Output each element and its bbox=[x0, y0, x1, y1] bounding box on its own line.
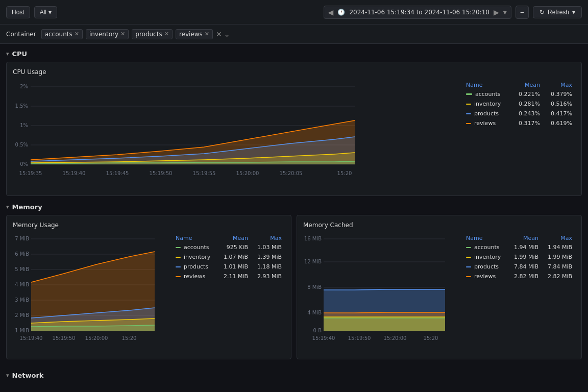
filter-tag-reviews: reviews ✕ bbox=[176, 29, 213, 39]
svg-text:15:20: 15:20 bbox=[337, 170, 352, 176]
mc-legend-mean-header: Mean bbox=[508, 234, 542, 242]
filter-tag-products: products ✕ bbox=[132, 29, 173, 39]
mu-reviews-max: 2.93 MiB bbox=[251, 272, 285, 281]
memory-usage-legend: Name Mean Max accounts 925 KiB bbox=[173, 234, 285, 353]
mu-accounts-mean: 925 KiB bbox=[217, 242, 251, 252]
mu-reviews-mean: 2.11 MiB bbox=[217, 272, 251, 281]
main-content: ▾ CPU CPU Usage 2% 1.5% 1% 0.5% 0% bbox=[0, 44, 588, 392]
cpu-legend-accounts-mean: 0.221% bbox=[511, 89, 543, 99]
filter-tag-accounts-close[interactable]: ✕ bbox=[75, 31, 79, 37]
mc-accounts-name: accounts bbox=[463, 242, 508, 252]
mu-legend-name-header: Name bbox=[173, 234, 217, 242]
cpu-chart-area: 2% 1.5% 1% 0.5% 0% bbox=[13, 81, 575, 189]
filter-tag-inventory-close[interactable]: ✕ bbox=[120, 31, 125, 37]
memory-cached-title: Memory Cached bbox=[303, 222, 575, 229]
mu-legend-reviews: reviews 2.11 MiB 2.93 MiB bbox=[173, 272, 285, 281]
mc-inventory-dot bbox=[466, 257, 471, 258]
mu-products-name: products bbox=[173, 262, 217, 272]
cpu-legend-products-name: products bbox=[463, 109, 511, 118]
svg-text:15:20:00: 15:20:00 bbox=[85, 335, 108, 341]
memory-section-label: Memory bbox=[12, 203, 42, 211]
mc-reviews-dot bbox=[466, 276, 471, 277]
svg-text:15:19:40: 15:19:40 bbox=[63, 170, 86, 176]
next-arrow[interactable]: ▶ bbox=[494, 8, 499, 16]
cpu-legend-products-mean: 0.243% bbox=[511, 109, 543, 118]
time-range: ◀ 🕐 2024-11-06 15:19:34 to 2024-11-06 15… bbox=[324, 6, 511, 19]
filter-tag-accounts-label: accounts bbox=[45, 31, 72, 38]
reviews-color-dot bbox=[466, 123, 471, 124]
filter-add[interactable]: ✕ ⌄ bbox=[216, 30, 230, 38]
svg-text:1%: 1% bbox=[20, 122, 28, 128]
svg-text:15:19:45: 15:19:45 bbox=[106, 170, 129, 176]
svg-text:5 MiB: 5 MiB bbox=[15, 266, 29, 272]
svg-text:15:19:50: 15:19:50 bbox=[150, 170, 173, 176]
svg-text:15:19:50: 15:19:50 bbox=[53, 335, 76, 341]
cpu-legend-inventory-name: inventory bbox=[463, 99, 511, 109]
memory-panels: Memory Usage 7 MiB 6 MiB 5 MiB 4 MiB 3 M… bbox=[6, 215, 582, 364]
cpu-section-label: CPU bbox=[12, 50, 28, 58]
cpu-section-header[interactable]: ▾ CPU bbox=[6, 48, 582, 62]
mc-products-max: 7.84 MiB bbox=[542, 262, 575, 272]
mc-legend-inventory: inventory 1.99 MiB 1.99 MiB bbox=[463, 252, 575, 262]
dropdown-arrow[interactable]: ▾ bbox=[503, 8, 507, 16]
svg-text:15:19:40: 15:19:40 bbox=[20, 335, 43, 341]
mc-accounts-max: 1.94 MiB bbox=[542, 242, 575, 252]
clear-icon: ✕ bbox=[216, 30, 222, 38]
host-button[interactable]: Host bbox=[6, 6, 30, 18]
top-bar: Host All ▾ ◀ 🕐 2024-11-06 15:19:34 to 20… bbox=[0, 0, 588, 24]
network-section-label: Network bbox=[12, 372, 44, 379]
network-section-header[interactable]: ▾ Network bbox=[6, 370, 582, 383]
cpu-legend-inventory-mean: 0.281% bbox=[511, 99, 543, 109]
mu-legend-accounts: accounts 925 KiB 1.03 MiB bbox=[173, 242, 285, 252]
mu-legend-max-header: Max bbox=[251, 234, 285, 242]
prev-arrow[interactable]: ◀ bbox=[328, 8, 334, 16]
svg-text:1.5%: 1.5% bbox=[15, 103, 28, 109]
cpu-chevron-icon: ▾ bbox=[6, 51, 9, 57]
mc-accounts-mean: 1.94 MiB bbox=[508, 242, 542, 252]
expand-icon: ⌄ bbox=[224, 30, 230, 38]
svg-text:15:19:40: 15:19:40 bbox=[312, 335, 335, 341]
filter-tag-reviews-close[interactable]: ✕ bbox=[205, 31, 209, 37]
cpu-legend-row-reviews: reviews 0.317% 0.619% bbox=[463, 118, 575, 128]
memory-cached-legend: Name Mean Max accounts 1.94 MiB bbox=[463, 234, 575, 353]
mu-inventory-mean: 1.07 MiB bbox=[217, 252, 251, 262]
cpu-legend-accounts-name: accounts bbox=[463, 89, 511, 99]
mu-products-dot bbox=[176, 266, 181, 267]
memory-usage-title: Memory Usage bbox=[13, 222, 285, 229]
container-label: Container bbox=[6, 31, 36, 38]
mc-products-mean: 7.84 MiB bbox=[508, 262, 542, 272]
refresh-button[interactable]: ↻ Refresh ▾ bbox=[533, 6, 582, 18]
memory-chevron-icon: ▾ bbox=[6, 204, 9, 210]
accounts-color-dot bbox=[466, 93, 472, 95]
filter-tag-reviews-label: reviews bbox=[179, 31, 203, 38]
cpu-legend-reviews-max: 0.619% bbox=[543, 118, 575, 128]
products-color-dot bbox=[466, 113, 471, 114]
filter-tag-products-close[interactable]: ✕ bbox=[164, 31, 169, 37]
mc-inventory-max: 1.99 MiB bbox=[542, 252, 575, 262]
svg-text:7 MiB: 7 MiB bbox=[15, 236, 29, 241]
svg-text:6 MiB: 6 MiB bbox=[15, 251, 29, 257]
network-chevron-icon: ▾ bbox=[6, 372, 9, 379]
cpu-legend-mean-header: Mean bbox=[511, 81, 543, 89]
svg-text:15:20: 15:20 bbox=[424, 335, 438, 341]
mu-legend-products: products 1.01 MiB 1.18 MiB bbox=[173, 262, 285, 272]
all-button[interactable]: All ▾ bbox=[34, 6, 57, 18]
mc-legend-reviews: reviews 2.82 MiB 2.82 MiB bbox=[463, 272, 575, 281]
cpu-legend-row-accounts: accounts 0.221% 0.379% bbox=[463, 89, 575, 99]
memory-section-header[interactable]: ▾ Memory bbox=[6, 201, 582, 215]
mu-legend-mean-header: Mean bbox=[217, 234, 251, 242]
svg-text:0 B: 0 B bbox=[313, 328, 322, 333]
memory-cached-svg: 16 MiB 12 MiB 8 MiB 4 MiB 0 B bbox=[303, 234, 451, 351]
mu-reviews-name: reviews bbox=[173, 272, 217, 281]
cpu-panel: CPU Usage 2% 1.5% 1% 0.5% 0% bbox=[6, 62, 582, 196]
cpu-legend-accounts-max: 0.379% bbox=[543, 89, 575, 99]
mc-legend-name-header: Name bbox=[463, 234, 508, 242]
clock-icon: 🕐 bbox=[337, 9, 345, 16]
time-range-text: 2024-11-06 15:19:34 to 2024-11-06 15:20:… bbox=[349, 9, 489, 16]
mc-products-name: products bbox=[463, 262, 508, 272]
svg-text:0%: 0% bbox=[20, 161, 28, 167]
svg-text:2%: 2% bbox=[20, 84, 28, 89]
mu-accounts-max: 1.03 MiB bbox=[251, 242, 285, 252]
zoom-out-button[interactable]: − bbox=[516, 6, 529, 19]
chevron-down-icon: ▾ bbox=[48, 9, 52, 16]
